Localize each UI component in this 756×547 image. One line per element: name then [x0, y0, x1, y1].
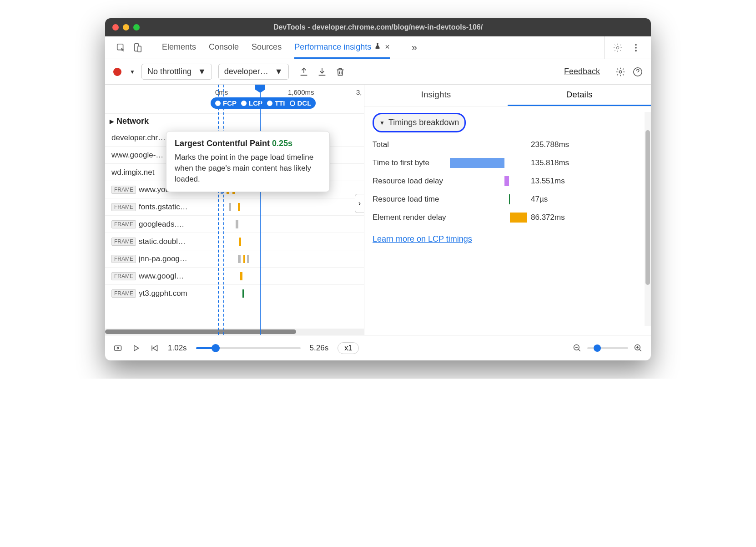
- throttling-label: No throttling: [147, 67, 192, 76]
- import-icon[interactable]: [317, 67, 327, 77]
- tabs: Elements Console Sources Performance ins…: [149, 36, 417, 59]
- details-panel: Insights Details Timings breakdown Total…: [364, 85, 651, 335]
- scrollbar-thumb[interactable]: [645, 130, 650, 285]
- zoom-slider[interactable]: [587, 347, 628, 349]
- tab-sources[interactable]: Sources: [252, 36, 282, 59]
- throttling-select[interactable]: No throttling ▼: [141, 64, 212, 80]
- maximize-window-icon[interactable]: [133, 24, 140, 30]
- timing-row: Time to first byte 135.818ms: [373, 157, 643, 169]
- tab-console[interactable]: Console: [209, 36, 239, 59]
- feedback-link[interactable]: Feedback: [564, 67, 600, 76]
- frame-tag: FRAME: [111, 238, 136, 246]
- timing-label: Time to first byte: [373, 158, 450, 167]
- speed-pill[interactable]: x1: [338, 342, 359, 354]
- network-row[interactable]: FRAMEyt3.ggpht.com: [105, 285, 364, 302]
- inspect-element-icon[interactable]: [116, 43, 126, 53]
- minimize-window-icon[interactable]: [123, 24, 129, 30]
- tooltip-title: Largest Contentful Paint 0.25s: [175, 139, 321, 148]
- footer-controls: 1.02s 5.26s x1: [105, 335, 651, 360]
- timing-row: Element render delay 86.372ms: [373, 212, 643, 223]
- tooltip-value: 0.25s: [272, 139, 292, 148]
- network-row[interactable]: FRAMEwww.googl…: [105, 268, 364, 285]
- dash-line: [218, 85, 219, 335]
- network-row[interactable]: FRAMEstatic.doubl…: [105, 233, 364, 250]
- timing-label: Element render delay: [373, 213, 450, 222]
- request-bar[interactable]: [229, 203, 231, 211]
- scrub-line: [260, 85, 261, 335]
- request-bar[interactable]: [242, 289, 244, 298]
- frame-tag: FRAME: [111, 272, 136, 280]
- timing-value: 47µs: [531, 195, 548, 204]
- timing-bar-area: [450, 139, 527, 151]
- network-row[interactable]: FRAMEfonts.gstatic…: [105, 198, 364, 216]
- gear-icon[interactable]: [613, 43, 623, 53]
- record-dropdown-icon[interactable]: ▼: [130, 69, 135, 75]
- more-tabs-icon[interactable]: »: [412, 42, 417, 54]
- tab-performance-insights[interactable]: Performance insights ×: [294, 36, 390, 59]
- titlebar: DevTools - developer.chrome.com/blog/new…: [105, 18, 651, 36]
- time-slider[interactable]: [196, 347, 301, 349]
- main-tabs-bar: Elements Console Sources Performance ins…: [105, 36, 651, 59]
- expand-panel-icon[interactable]: ›: [355, 194, 364, 213]
- device-toggle-icon[interactable]: [132, 43, 142, 53]
- marker-lcp[interactable]: LCP: [241, 99, 262, 107]
- zoom-in-icon[interactable]: [634, 344, 643, 353]
- timing-bar-area: [450, 157, 527, 169]
- help-icon[interactable]: [633, 67, 643, 77]
- timing-markers: FCP LCP TTI DCL: [211, 97, 316, 109]
- kebab-menu-icon[interactable]: [631, 43, 641, 53]
- traffic-lights: [112, 24, 140, 30]
- page-select[interactable]: developer… ▼: [218, 64, 289, 80]
- export-icon[interactable]: [299, 67, 309, 77]
- marker-fcp[interactable]: FCP: [215, 99, 237, 107]
- request-bar[interactable]: [240, 272, 242, 280]
- tab-insights[interactable]: Insights: [364, 85, 508, 106]
- page-label: developer…: [224, 67, 268, 76]
- rewind-icon[interactable]: [150, 344, 159, 353]
- slider-knob[interactable]: [212, 344, 220, 352]
- record-button[interactable]: [113, 68, 121, 76]
- request-bar[interactable]: [239, 238, 241, 246]
- toolbar-actions: [299, 67, 345, 77]
- zoom-controls: [573, 344, 643, 353]
- learn-more-link[interactable]: Learn more on LCP timings: [373, 234, 472, 244]
- svg-point-6: [635, 50, 637, 51]
- tab-details[interactable]: Details: [508, 85, 651, 106]
- subpanel-tabs: Insights Details: [364, 85, 651, 106]
- request-bar[interactable]: [243, 255, 245, 263]
- network-row[interactable]: FRAMEjnn-pa.goog…: [105, 250, 364, 268]
- zoom-out-icon[interactable]: [573, 344, 582, 353]
- zoom-knob[interactable]: [594, 344, 601, 352]
- request-bar[interactable]: [238, 203, 240, 211]
- frame-tag: FRAME: [111, 220, 136, 228]
- ruler-tick: 0ms: [215, 88, 228, 96]
- scrollbar-thumb[interactable]: [105, 329, 296, 334]
- tab-elements[interactable]: Elements: [162, 36, 196, 59]
- timings-breakdown-header[interactable]: Timings breakdown: [373, 113, 466, 132]
- marker-tti[interactable]: TTI: [267, 99, 285, 107]
- tab-label: Performance insights: [294, 42, 371, 52]
- play-icon[interactable]: [131, 344, 141, 353]
- settings-gear-icon[interactable]: [615, 67, 625, 77]
- timing-label: Resource load time: [373, 195, 450, 204]
- close-window-icon[interactable]: [112, 24, 119, 30]
- ruler-tick: 3,: [356, 88, 362, 96]
- timing-row: Resource load delay 13.551ms: [373, 175, 643, 187]
- vertical-scrollbar[interactable]: [645, 112, 651, 326]
- request-bar[interactable]: [238, 255, 241, 263]
- request-bar[interactable]: [247, 255, 249, 263]
- time-ruler[interactable]: 0ms 1,600ms 3,: [211, 85, 364, 98]
- network-header[interactable]: Network: [105, 114, 364, 129]
- preview-icon[interactable]: [113, 344, 122, 353]
- timing-bar: [510, 213, 527, 223]
- network-bars: [211, 268, 364, 284]
- timing-label: Total: [373, 140, 450, 149]
- toolbar-right: [615, 67, 643, 77]
- request-bar[interactable]: [236, 220, 238, 228]
- horizontal-scrollbar[interactable]: [105, 329, 364, 335]
- chevron-down-icon: ▼: [275, 67, 283, 76]
- marker-dcl[interactable]: DCL: [290, 99, 312, 107]
- close-tab-icon[interactable]: ×: [385, 42, 390, 52]
- network-row[interactable]: FRAMEgoogleads.…: [105, 216, 364, 233]
- trash-icon[interactable]: [335, 67, 345, 77]
